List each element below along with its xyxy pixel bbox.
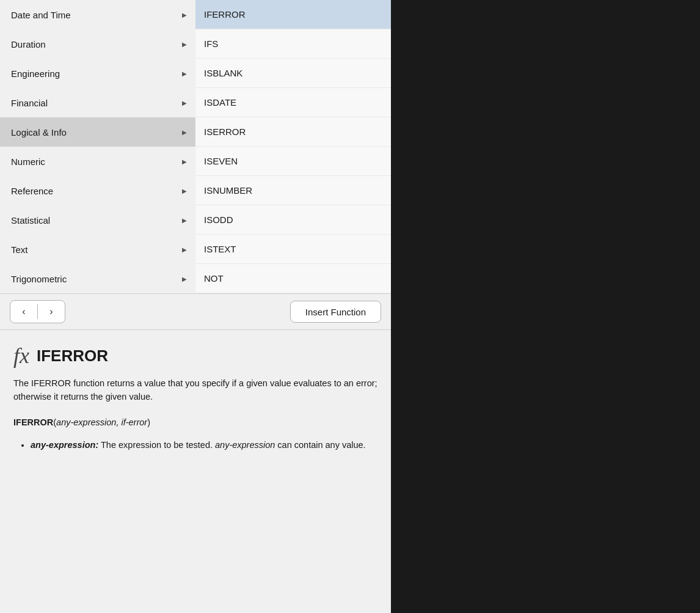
- insert-function-button[interactable]: Insert Function: [290, 301, 381, 323]
- chevron-right-icon: ▶: [182, 41, 187, 48]
- prev-button[interactable]: ‹: [10, 301, 37, 323]
- category-item[interactable]: Date and Time▶: [0, 0, 195, 29]
- function-label: IFS: [204, 39, 218, 49]
- function-label: NOT: [204, 273, 224, 284]
- chevron-right-icon: ▶: [182, 188, 187, 194]
- function-title: IFERROR: [37, 347, 108, 365]
- param-desc-pre: The expression to be tested.: [101, 440, 215, 450]
- function-label: ISEVEN: [204, 156, 238, 166]
- chevron-right-icon: ▶: [182, 12, 187, 18]
- param-desc-post: can contain any value.: [277, 440, 365, 450]
- function-item[interactable]: ISNUMBER: [195, 176, 391, 205]
- syntax-line: IFERROR(any-expression, if-error): [13, 416, 377, 430]
- syntax-params: any-expression, if-error: [56, 417, 147, 427]
- category-label: Duration: [11, 39, 46, 50]
- category-item[interactable]: Statistical▶: [0, 205, 195, 235]
- function-item[interactable]: ISDATE: [195, 88, 391, 117]
- function-label: ISODD: [204, 215, 233, 225]
- chevron-right-icon: ▶: [182, 70, 187, 77]
- category-item[interactable]: Duration▶: [0, 29, 195, 59]
- param-list: any-expression: The expression to be tes…: [13, 438, 377, 452]
- syntax-paren-close: ): [147, 417, 150, 427]
- function-label: ISTEXT: [204, 244, 236, 254]
- category-label: Financial: [11, 98, 48, 108]
- category-item[interactable]: Text▶: [0, 235, 195, 264]
- chevron-right-icon: ▶: [182, 129, 187, 136]
- category-label: Engineering: [11, 68, 60, 79]
- function-item[interactable]: ISBLANK: [195, 59, 391, 88]
- param-item: any-expression: The expression to be tes…: [31, 438, 377, 452]
- function-label: ISBLANK: [204, 68, 242, 78]
- function-label: ISNUMBER: [204, 185, 252, 196]
- function-item[interactable]: IFERROR: [195, 0, 391, 29]
- bottom-bar: ‹ › Insert Function: [0, 293, 391, 330]
- function-item[interactable]: ISODD: [195, 205, 391, 235]
- category-label: Logical & Info: [11, 127, 67, 138]
- category-label: Reference: [11, 186, 53, 196]
- category-label: Trigonometric: [11, 274, 67, 284]
- function-item[interactable]: NOT: [195, 264, 391, 293]
- chevron-right-icon: ▶: [182, 276, 187, 282]
- fx-icon: fx: [13, 345, 29, 367]
- function-label: IFERROR: [204, 9, 246, 20]
- chevron-right-icon: ▶: [182, 246, 187, 253]
- category-item[interactable]: Trigonometric▶: [0, 264, 195, 293]
- category-item[interactable]: Numeric▶: [0, 147, 195, 176]
- category-item[interactable]: Logical & Info▶: [0, 117, 195, 147]
- chevron-right-icon: ▶: [182, 100, 187, 106]
- function-label: ISERROR: [204, 127, 246, 137]
- category-label: Numeric: [11, 156, 45, 167]
- chevron-right-icon: ▶: [182, 158, 187, 165]
- chevron-right-icon: ▶: [182, 217, 187, 224]
- function-label: ISDATE: [204, 97, 236, 108]
- param-name: any-expression:: [31, 440, 98, 450]
- category-list: Date and Time▶Duration▶Engineering▶Finan…: [0, 0, 195, 293]
- category-label: Statistical: [11, 215, 50, 226]
- next-button[interactable]: ›: [38, 301, 65, 323]
- function-description: The IFERROR function returns a value tha…: [13, 376, 377, 404]
- detail-header: fx IFERROR: [13, 345, 377, 367]
- function-item[interactable]: ISEVEN: [195, 147, 391, 176]
- detail-section: fx IFERROR The IFERROR function returns …: [0, 330, 391, 613]
- function-list: IFERRORIFSISBLANKISDATEISERRORISEVENISNU…: [195, 0, 391, 293]
- category-item[interactable]: Reference▶: [0, 176, 195, 205]
- nav-buttons: ‹ ›: [10, 300, 65, 323]
- function-item[interactable]: IFS: [195, 29, 391, 59]
- category-label: Date and Time: [11, 10, 71, 20]
- param-name2: any-expression: [215, 440, 275, 450]
- category-item[interactable]: Financial▶: [0, 88, 195, 117]
- category-item[interactable]: Engineering▶: [0, 59, 195, 88]
- category-label: Text: [11, 244, 28, 255]
- syntax-fname: IFERROR: [13, 417, 53, 427]
- function-item[interactable]: ISERROR: [195, 117, 391, 147]
- function-item[interactable]: ISTEXT: [195, 235, 391, 264]
